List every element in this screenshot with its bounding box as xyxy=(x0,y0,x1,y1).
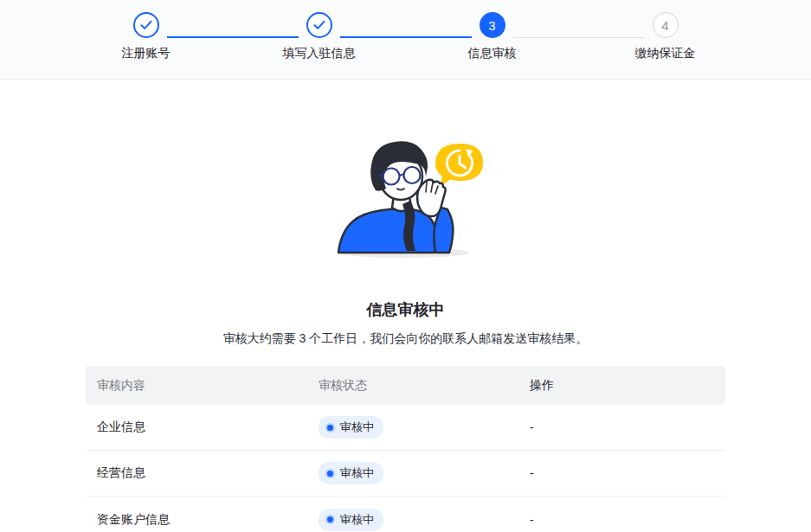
status-label: 审核中 xyxy=(340,465,374,481)
step-1-label: 注册账号 xyxy=(122,46,171,61)
header-review-content: 审核内容 xyxy=(86,378,307,394)
row-action: - xyxy=(518,420,725,434)
step-1-circle xyxy=(133,12,159,38)
step-2-circle xyxy=(306,12,332,38)
header-action: 操作 xyxy=(518,378,725,394)
status-label: 审核中 xyxy=(340,420,374,435)
step-register-account: 注册账号 xyxy=(60,12,233,79)
dot-icon xyxy=(325,423,335,433)
status-badge: 审核中 xyxy=(319,462,383,484)
step-fill-entry-info: 填写入驻信息 xyxy=(233,12,406,79)
step-info-review: 3 信息审核 xyxy=(406,12,579,79)
review-pending-illustration xyxy=(321,128,491,263)
onboarding-stepper: 注册账号 填写入驻信息 3 信息审核 4 缴纳保证金 xyxy=(0,0,811,80)
check-icon xyxy=(313,20,325,30)
step-3-circle: 3 xyxy=(480,12,505,38)
row-action: - xyxy=(518,513,725,527)
row-action: - xyxy=(518,466,725,480)
review-status-panel: 信息审核中 审核大约需要 3 个工作日，我们会向你的联系人邮箱发送审核结果。 审… xyxy=(0,80,811,532)
status-badge: 审核中 xyxy=(319,509,383,531)
status-badge: 审核中 xyxy=(319,416,383,439)
check-icon xyxy=(140,20,152,30)
row-name: 企业信息 xyxy=(86,420,307,435)
table-row-business-info: 经营信息 审核中 - xyxy=(86,451,725,497)
row-name: 资金账户信息 xyxy=(86,512,307,528)
status-label: 审核中 xyxy=(340,512,374,528)
table-row-fund-account-info: 资金账户信息 审核中 - xyxy=(86,497,725,532)
step-pay-deposit: 4 缴纳保证金 xyxy=(579,12,752,79)
step-4-circle: 4 xyxy=(653,12,679,38)
dot-icon xyxy=(325,515,335,524)
step-3-label: 信息审核 xyxy=(468,46,517,61)
step-2-label: 填写入驻信息 xyxy=(283,46,356,61)
review-subtitle: 审核大约需要 3 个工作日，我们会向你的联系人邮箱发送审核结果。 xyxy=(0,331,811,347)
table-header-row: 审核内容 审核状态 操作 xyxy=(86,366,725,405)
step-4-label: 缴纳保证金 xyxy=(635,46,696,61)
stepper-steps: 注册账号 填写入驻信息 3 信息审核 4 缴纳保证金 xyxy=(60,12,752,79)
dot-icon xyxy=(325,469,335,478)
clock-history-icon xyxy=(435,144,483,187)
review-title: 信息审核中 xyxy=(0,299,811,320)
review-table: 审核内容 审核状态 操作 企业信息 审核中 - 经营信息 审核中 - xyxy=(86,366,725,532)
header-review-status: 审核状态 xyxy=(307,378,518,394)
row-name: 经营信息 xyxy=(86,465,307,481)
table-row-enterprise-info: 企业信息 审核中 - xyxy=(86,405,725,451)
